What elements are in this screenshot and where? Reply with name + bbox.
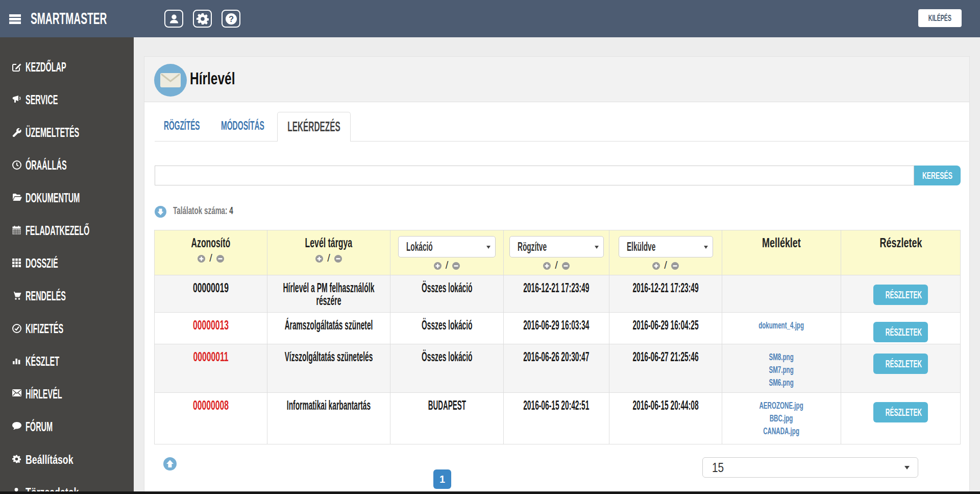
svg-text:?: ? [228,14,233,23]
